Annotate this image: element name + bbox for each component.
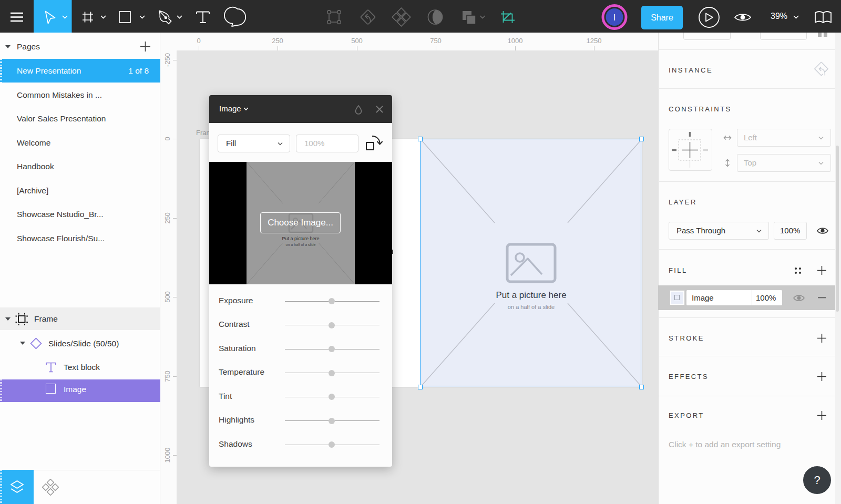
svg-text:I: I (613, 13, 616, 22)
